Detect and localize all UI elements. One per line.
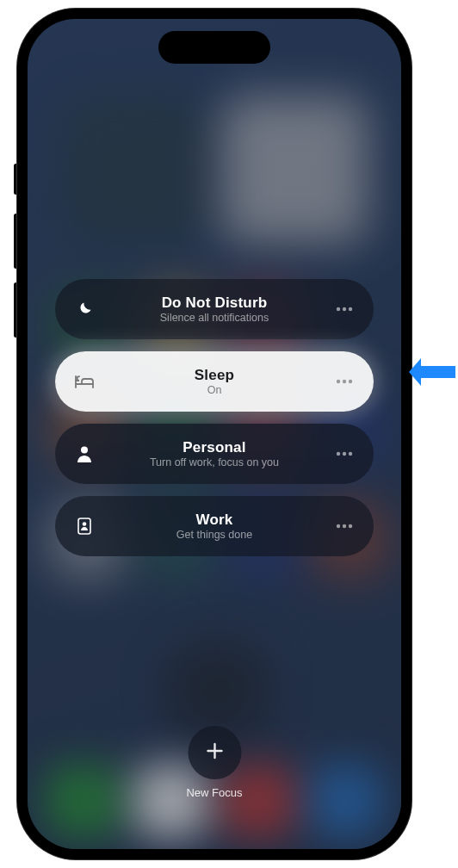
focus-subtitle: On (207, 384, 222, 396)
svg-point-7 (337, 452, 340, 456)
more-icon[interactable] (332, 379, 356, 384)
new-focus-label: New Focus (186, 786, 242, 799)
dynamic-island (158, 31, 270, 64)
svg-point-1 (343, 307, 346, 311)
person-icon (72, 445, 96, 462)
focus-item-sleep[interactable]: Sleep On (55, 351, 374, 412)
svg-point-13 (343, 524, 346, 528)
bed-icon (72, 374, 96, 389)
more-icon[interactable] (332, 307, 356, 312)
new-focus: New Focus (186, 726, 242, 799)
new-focus-button[interactable] (188, 726, 241, 779)
focus-text: Sleep On (96, 367, 332, 396)
svg-point-0 (337, 307, 340, 311)
svg-rect-10 (78, 518, 90, 534)
svg-point-11 (83, 522, 87, 526)
focus-item-work[interactable]: Work Get things done (55, 496, 374, 556)
screen: Do Not Disturb Silence all notifications… (28, 19, 401, 849)
svg-point-14 (349, 524, 352, 528)
svg-point-8 (343, 452, 346, 456)
focus-title: Sleep (195, 367, 234, 384)
more-icon[interactable] (332, 451, 356, 456)
callout-arrow (409, 357, 455, 387)
focus-item-do-not-disturb[interactable]: Do Not Disturb Silence all notifications (55, 279, 374, 339)
iphone-frame: Do Not Disturb Silence all notifications… (17, 9, 412, 859)
svg-point-3 (337, 380, 340, 383)
focus-title: Do Not Disturb (162, 294, 268, 312)
moon-icon (72, 301, 96, 318)
focus-title: Personal (183, 439, 245, 456)
svg-point-9 (349, 452, 352, 456)
focus-subtitle: Turn off work, focus on you (150, 456, 279, 468)
focus-text: Do Not Disturb Silence all notifications (96, 294, 332, 324)
focus-subtitle: Silence all notifications (160, 312, 269, 324)
focus-text: Personal Turn off work, focus on you (96, 439, 332, 468)
focus-item-personal[interactable]: Personal Turn off work, focus on you (55, 424, 374, 484)
svg-point-12 (337, 524, 340, 528)
svg-point-5 (349, 380, 352, 383)
svg-point-2 (349, 307, 352, 311)
focus-mode-list: Do Not Disturb Silence all notifications… (55, 279, 374, 556)
focus-subtitle: Get things done (176, 529, 252, 541)
badge-icon (72, 518, 96, 535)
svg-point-4 (343, 380, 346, 383)
focus-text: Work Get things done (96, 512, 332, 541)
plus-icon (204, 741, 225, 765)
focus-title: Work (196, 512, 233, 529)
svg-point-6 (81, 447, 88, 454)
more-icon[interactable] (332, 524, 356, 529)
